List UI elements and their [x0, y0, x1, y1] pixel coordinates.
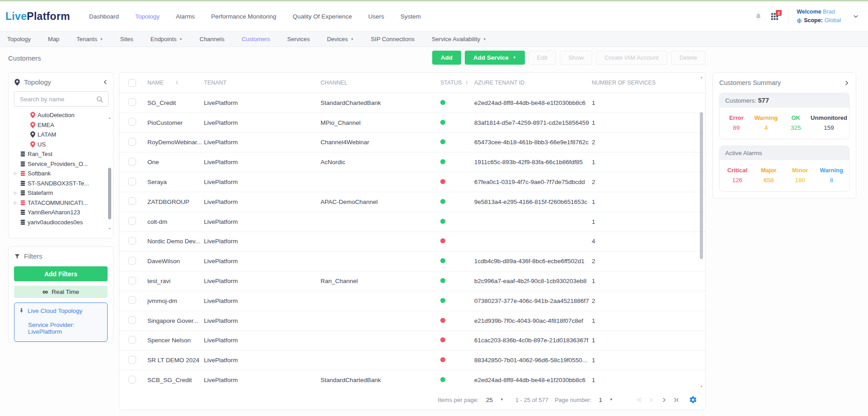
subnav-item-services[interactable]: Services: [287, 36, 310, 43]
sort-icon[interactable]: ▲▼: [175, 80, 178, 85]
edit-button[interactable]: Edit: [528, 51, 556, 65]
service-provider-filter-link[interactable]: Service Provider: LivePlatform: [28, 321, 103, 335]
table-row-scb-sg-credit[interactable]: SCB_SG_Credit LivePlatform StandardChart…: [119, 370, 705, 390]
select-all-checkbox[interactable]: [128, 79, 136, 87]
table-scrollbar[interactable]: ▲ ▼: [699, 76, 704, 388]
scroll-up-arrow-icon[interactable]: ▲: [108, 116, 111, 119]
table-row-roydemowebinar[interactable]: RoyDemoWebinar... LivePlatform Channel4W…: [119, 133, 705, 153]
table-scroll-thumb[interactable]: [700, 112, 703, 259]
nav-item-system[interactable]: System: [401, 13, 421, 20]
table-row-spencer-nelson[interactable]: Spencer Nelson LivePlatform 61cac203-836…: [119, 331, 705, 351]
row-checkbox[interactable]: [128, 277, 136, 284]
row-checkbox[interactable]: [128, 296, 136, 304]
subnav-item-endpoints[interactable]: Endpoints▼: [151, 36, 183, 43]
page-number-select[interactable]: 1▼: [599, 397, 613, 403]
tree-item-tatacommunicati[interactable]: ▷ TATACOMMUNICATI...: [14, 198, 102, 208]
table-row-sr-lt-demo-2024[interactable]: SR LT DEMO 2024 LivePlatform 88342850-7b…: [119, 350, 705, 370]
row-checkbox[interactable]: [128, 356, 136, 364]
real-time-toggle[interactable]: ∞ Real Time: [14, 286, 108, 298]
create-iam-account-button[interactable]: Create IAM Account: [596, 51, 667, 65]
subnav-item-tenants[interactable]: Tenants▼: [76, 36, 103, 43]
tree-item-yariv0audiocodes0es[interactable]: yariv0audiocodes0es: [14, 217, 102, 227]
user-menu[interactable]: Welcome Brad Scope: Global: [788, 8, 841, 25]
collapse-panel-chevron-left-icon[interactable]: [103, 79, 108, 85]
table-row-colt-dm[interactable]: colt-dm LivePlatform 1: [119, 212, 705, 232]
apps-grid-icon[interactable]: 2: [771, 13, 778, 20]
subnav-item-customers[interactable]: Customers: [241, 36, 270, 43]
tree-scroll-thumb[interactable]: [108, 168, 111, 219]
table-row-one[interactable]: One LivePlatform AcNordic 1911c65c-893b-…: [119, 152, 705, 172]
table-row-nordic-demo-dev[interactable]: Nordic Demo Dev... LivePlatform 4: [119, 232, 705, 252]
items-per-page-select[interactable]: 25▼: [486, 397, 504, 403]
scroll-down-arrow-icon[interactable]: ▼: [700, 385, 703, 388]
nav-item-topology[interactable]: Topology: [135, 13, 160, 20]
table-row-test-ravi[interactable]: test_ravi LivePlatform Ran_Channel b2c99…: [119, 271, 705, 291]
nav-item-quality-of-experience[interactable]: Quality Of Experience: [292, 13, 352, 20]
tree-item-latam[interactable]: LATAM: [14, 130, 102, 140]
sort-icon[interactable]: ▲▼: [465, 80, 468, 85]
notifications-bell-icon[interactable]: [755, 12, 762, 21]
table-row-seraya[interactable]: Seraya LivePlatform 67fea0c1-0319-4f7c-9…: [119, 172, 705, 192]
tree-item-us[interactable]: US: [14, 140, 102, 150]
row-checkbox[interactable]: [128, 217, 136, 225]
table-row-piocustomer[interactable]: PioCustomer LivePlatform MPio_Channel 83…: [119, 113, 705, 133]
table-scroll-track[interactable]: [700, 79, 703, 385]
tree-scrollbar[interactable]: ▲ ▼: [107, 116, 112, 230]
row-checkbox[interactable]: [128, 158, 136, 165]
scroll-up-arrow-icon[interactable]: ▲: [700, 76, 703, 79]
scroll-down-arrow-icon[interactable]: ▼: [108, 227, 111, 230]
expand-triangle-icon[interactable]: ▷: [14, 201, 20, 205]
nav-item-performance-monitoring[interactable]: Performance Monitoring: [211, 13, 276, 20]
tree-item-ran-test[interactable]: Ran_Test: [14, 149, 102, 159]
subnav-item-channels[interactable]: Channels: [200, 36, 225, 43]
user-menu-chevron-down-icon[interactable]: [853, 13, 859, 19]
last-page-button[interactable]: [673, 397, 679, 403]
add-button[interactable]: Add: [432, 51, 461, 65]
tree-item-st-sandbox3st-te[interactable]: ST-SANDBOX3ST-Te...: [14, 179, 102, 189]
collapse-summary-chevron-right-icon[interactable]: [844, 80, 849, 86]
row-checkbox[interactable]: [128, 237, 136, 245]
tree-item-softbank[interactable]: ▷ Softbank: [14, 169, 102, 179]
nav-item-users[interactable]: Users: [368, 13, 384, 20]
show-button[interactable]: Show: [560, 51, 592, 65]
row-checkbox[interactable]: [128, 138, 136, 146]
table-row-singapore-gover[interactable]: Singapore Gover... LivePlatform e21d939b…: [119, 311, 705, 331]
table-row-jvmmoj-dm[interactable]: jvmmoj-dm LivePlatform 07380237-377e-406…: [119, 291, 705, 311]
next-page-button[interactable]: [661, 397, 667, 403]
row-checkbox[interactable]: [128, 197, 136, 205]
subnav-item-sites[interactable]: Sites: [120, 36, 133, 43]
topology-search-input[interactable]: [19, 95, 96, 103]
tree-item-emea[interactable]: EMEA: [14, 120, 102, 130]
expand-triangle-icon[interactable]: ▷: [14, 191, 20, 195]
settings-gear-icon[interactable]: [689, 396, 697, 404]
first-page-button[interactable]: [637, 397, 642, 403]
tree-item-yarinbenaharon123[interactable]: YarinBenAharon123: [14, 208, 102, 217]
add-service-button[interactable]: Add Service▼: [465, 51, 525, 65]
row-checkbox[interactable]: [128, 336, 136, 344]
delete-button[interactable]: Delete: [671, 51, 706, 65]
subnav-item-devices[interactable]: Devices▼: [327, 36, 354, 43]
row-checkbox[interactable]: [128, 376, 136, 383]
tree-item-autodetection[interactable]: AutoDetection: [14, 110, 102, 120]
subnav-item-map[interactable]: Map: [48, 36, 59, 43]
row-checkbox[interactable]: [128, 118, 136, 126]
previous-page-button[interactable]: [649, 397, 655, 403]
subnav-item-sip-connections[interactable]: SIP Connections: [371, 36, 415, 43]
subnav-item-service-availability[interactable]: Service Availability▼: [432, 36, 486, 43]
row-checkbox[interactable]: [128, 98, 136, 106]
nav-item-dashboard[interactable]: Dashboard: [89, 13, 119, 20]
row-checkbox[interactable]: [128, 257, 136, 265]
tree-scroll-track[interactable]: [108, 119, 111, 227]
nav-item-alarms[interactable]: Alarms: [176, 13, 195, 20]
expand-triangle-icon[interactable]: ▷: [14, 171, 20, 175]
column-header-name[interactable]: NAME▲▼: [138, 80, 204, 86]
row-checkbox[interactable]: [128, 316, 136, 324]
add-filters-button[interactable]: Add Filters: [14, 266, 108, 281]
tree-item-statefarm[interactable]: ▷ Statefarm: [14, 188, 102, 198]
row-checkbox[interactable]: [128, 178, 136, 185]
subnav-item-topology[interactable]: Topology: [7, 36, 31, 43]
column-header-status[interactable]: STATUS▲▼: [440, 80, 474, 86]
tree-item-service-providers-o[interactable]: Service_Providers_O...: [14, 159, 102, 169]
table-row-sg-credit[interactable]: SG_Credit LivePlatform StandardChartedBa…: [119, 93, 705, 113]
table-row-davewilson[interactable]: DaveWilson LivePlatform 1cdb4c9b-d89a-43…: [119, 251, 705, 271]
